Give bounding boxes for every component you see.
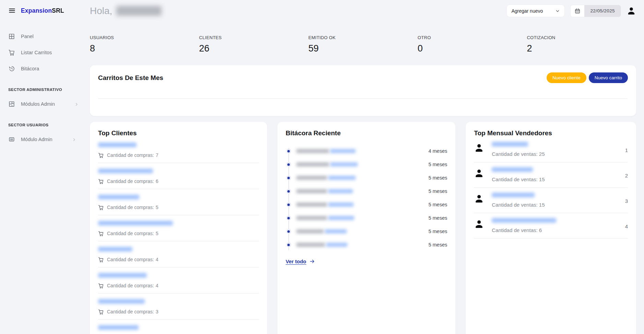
bitacora-link-redacted[interactable] [328, 176, 356, 180]
client-name-link-redacted[interactable] [98, 195, 139, 199]
sidebar-item-bitacora[interactable]: Bitácora [8, 60, 84, 77]
carritos-card-header: Carritos De Este Mes Nuevo cliente Nuevo… [98, 72, 628, 83]
sidebar-item-listar-carritos[interactable]: Listar Carritos [8, 44, 84, 60]
carritos-table [98, 90, 628, 116]
vendor-list-item: Cantidad de ventas: 25 1 [474, 137, 628, 162]
bitacora-entry: 5 meses [286, 211, 447, 225]
vendor-info: Cantidad de ventas: 15 [492, 193, 545, 208]
chevron-right-icon [74, 102, 79, 106]
vendor-info: Cantidad de ventas: 15 [492, 167, 545, 182]
carritos-table-header [325, 90, 401, 99]
client-name-link-redacted[interactable] [98, 247, 132, 252]
vendor-name-link-redacted[interactable] [492, 167, 533, 172]
top-vendedores-title: Top Mensual Vendedores [474, 129, 628, 137]
sidebar-item-modulos-admin[interactable]: Módulos Admin [8, 96, 84, 112]
bitacora-link-redacted[interactable] [328, 203, 354, 207]
carritos-card: Carritos De Este Mes Nuevo cliente Nuevo… [90, 65, 636, 116]
new-client-button[interactable]: Nuevo cliente [547, 72, 586, 83]
new-cart-button[interactable]: Nuevo carrito [589, 72, 628, 83]
vendor-sales-row: Cantidad de ventas: 25 [492, 151, 545, 157]
purchases-label: Cantidad de compras: [107, 257, 154, 262]
client-list-item: Cantidad de compras: 4 [98, 267, 259, 293]
sidebar-nav: Panel Listar Carritos Bitácora SECTOR AD… [8, 28, 84, 147]
carritos-table-header [401, 90, 477, 99]
sidebar: ExpansionSRL Panel Listar Carritos Bitác… [0, 0, 90, 334]
bitacora-time: 4 meses [428, 148, 447, 154]
bitacora-link-redacted[interactable] [326, 243, 347, 247]
bitacora-text-redacted [296, 162, 329, 166]
bitacora-entry: 5 meses [286, 238, 447, 252]
timeline-dot [286, 229, 291, 234]
bitacora-link-redacted[interactable] [325, 229, 347, 233]
vendor-rank: 4 [625, 218, 628, 229]
stat-block: EMITIDO OK 59 [308, 35, 418, 54]
brand-row: ExpansionSRL [8, 7, 84, 14]
client-name-link-redacted[interactable] [98, 221, 173, 226]
client-purchases-row: Cantidad de compras: 4 [98, 257, 259, 263]
carritos-card-title: Carritos De Este Mes [98, 74, 163, 82]
add-new-select[interactable]: Agregar nuevo [506, 4, 565, 17]
vendor-name-link-redacted[interactable] [492, 142, 528, 147]
bitacora-link-redacted[interactable] [330, 162, 358, 166]
cart-small-icon [98, 231, 104, 237]
sales-value: 25 [539, 151, 545, 157]
stat-label: USUARIOS [90, 35, 199, 40]
person-icon [474, 143, 484, 153]
bitacora-time: 5 meses [428, 162, 447, 167]
bitacora-time: 5 meses [428, 242, 447, 247]
stat-label: CLIENTES [199, 35, 309, 40]
bitacora-link-redacted[interactable] [328, 189, 353, 193]
person-icon [474, 194, 484, 204]
view-all-label: Ver todo [286, 258, 306, 264]
sidebar-item-modulo-admin[interactable]: Módulo Admin [8, 131, 84, 147]
client-name-link-redacted[interactable] [98, 325, 139, 330]
timeline-dot [286, 149, 291, 153]
client-name-link-redacted[interactable] [98, 142, 136, 147]
date-picker[interactable]: 22/05/2025 [570, 5, 621, 17]
client-list-item: Cantidad de compras: 6 [98, 163, 259, 189]
bitacora-link-redacted[interactable] [330, 149, 356, 153]
purchases-label: Cantidad de compras: [107, 231, 154, 236]
client-name-link-redacted[interactable] [98, 299, 145, 304]
vendor-rank: 2 [625, 167, 628, 178]
bitacora-text-redacted [296, 149, 329, 153]
sidebar-item-label: Listar Carritos [21, 50, 52, 55]
sidebar-item-label: Bitácora [21, 66, 39, 71]
view-all-link[interactable]: Ver todo [286, 258, 315, 264]
vendor-sales-row: Cantidad de ventas: 6 [492, 227, 556, 233]
sales-label: Cantidad de ventas: [492, 176, 537, 182]
vendor-name-link-redacted[interactable] [492, 218, 556, 223]
bitacora-link-redacted[interactable] [328, 216, 354, 220]
carritos-card-buttons: Nuevo cliente Nuevo carrito [547, 72, 628, 83]
purchases-value: 4 [156, 283, 158, 288]
stat-value: 0 [418, 43, 527, 54]
modules-icon [8, 101, 15, 107]
chevron-down-icon [555, 9, 560, 13]
user-avatar-icon[interactable] [627, 6, 636, 16]
carritos-table-header [98, 90, 174, 99]
cart-small-icon [98, 178, 104, 184]
sidebar-item-panel[interactable]: Panel [8, 28, 84, 44]
carritos-table-header [552, 90, 628, 99]
person-icon [474, 168, 484, 178]
user-name-redacted [116, 6, 162, 16]
list-icon [8, 136, 15, 143]
hamburger-menu-icon[interactable] [8, 7, 16, 14]
vendor-rank: 1 [625, 142, 628, 153]
bitacora-timeline: 4 meses 5 meses 5 meses [286, 145, 447, 252]
client-name-link-redacted[interactable] [98, 273, 147, 278]
client-purchases-row: Cantidad de compras: 5 [98, 205, 259, 210]
bitacora-text-redacted [296, 229, 324, 233]
calendar-icon[interactable] [571, 5, 584, 17]
stat-block: CLIENTES 26 [199, 35, 309, 54]
client-purchases-row: Cantidad de compras: 7 [98, 152, 259, 158]
vendor-name-link-redacted[interactable] [492, 193, 535, 197]
top-vendedores-card: Top Mensual Vendedores Cantidad de venta… [466, 122, 636, 334]
client-name-link-redacted[interactable] [98, 169, 153, 173]
cart-icon [8, 49, 15, 56]
brand-logo[interactable]: ExpansionSRL [21, 7, 64, 14]
chevron-right-icon [72, 137, 76, 141]
bitacora-text-redacted [296, 176, 327, 180]
stats-row: USUARIOS 8 CLIENTES 26 EMITIDO OK 59 OTR… [90, 35, 636, 54]
purchases-value: 6 [156, 178, 158, 184]
